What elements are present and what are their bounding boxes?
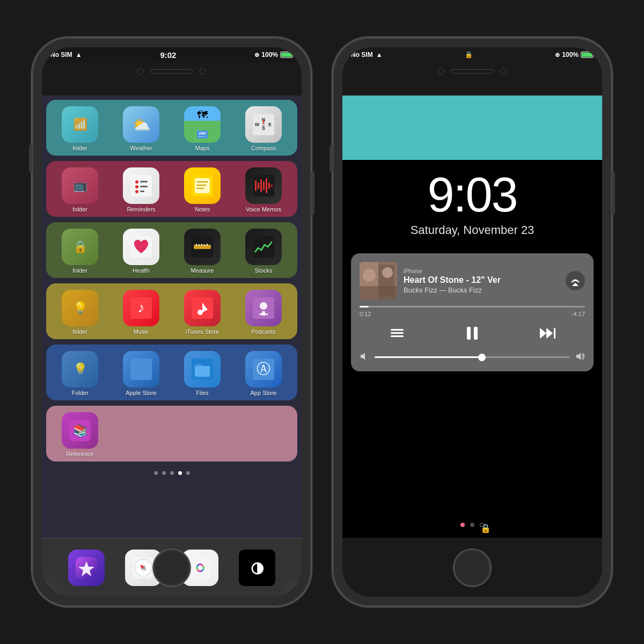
folder-5-icon: 💡 [62, 351, 98, 387]
svg-rect-82 [474, 327, 478, 340]
folder-4-icon: 💡 [62, 290, 98, 326]
page-dot-2 [162, 471, 166, 475]
app-reference[interactable]: 📚 Reference [52, 412, 108, 457]
app-folder-5[interactable]: 💡 Folder [52, 351, 108, 396]
folder-1-icon: 📶 [62, 106, 98, 143]
left-top-bar [42, 47, 302, 96]
album-art-image [360, 262, 397, 299]
music-icon: ♪ [123, 290, 159, 326]
app-voice-memos[interactable]: Voice Memos [235, 167, 292, 213]
svg-marker-77 [572, 283, 579, 286]
time-elapsed: 0:12 [360, 311, 371, 317]
itunes-icon [184, 290, 221, 326]
lock-date: Saturday, November 23 [342, 223, 602, 237]
airplay-button[interactable] [566, 271, 585, 290]
left-home-button[interactable] [152, 548, 191, 587]
app-stocks[interactable]: Stocks [235, 229, 292, 274]
music-source: iPhone [404, 268, 559, 274]
music-label: Music [134, 328, 149, 335]
music-artist: Bucks Fizz — Bucks Fizz [404, 286, 559, 294]
page-dot-4 [178, 471, 182, 475]
progress-track[interactable] [360, 306, 585, 308]
music-info: iPhone Heart Of Stone - 12" Ver Bucks Fi… [404, 268, 559, 294]
svg-text:♪: ♪ [138, 299, 145, 316]
progress-area: 0:12 -4:17 [360, 306, 585, 317]
album-art [360, 262, 397, 299]
app-compass[interactable]: N S W E Compass [235, 106, 292, 151]
compass-label: Compass [251, 145, 276, 151]
weather-label: Weather [130, 145, 152, 151]
volume-low-icon [360, 352, 369, 363]
lock-dot-3: 🔒 [480, 523, 484, 527]
files-icon [184, 351, 221, 387]
app-app-store[interactable]: Ⓐ App Store [235, 351, 292, 396]
files-label: Files [196, 390, 208, 396]
lock-screen-content: 9:03 Saturday, November 23 [342, 96, 602, 538]
svg-rect-81 [467, 327, 471, 340]
svg-marker-86 [361, 353, 365, 360]
folder-2-label: folder [72, 206, 87, 213]
app-weather[interactable]: ⛅ Weather [113, 106, 170, 151]
page-dot-1 [154, 471, 158, 475]
voice-memos-label: Voice Memos [246, 206, 281, 213]
app-health[interactable]: Health [113, 229, 170, 274]
phones-container: No SIM ▲ 9:02 ⊕ 100% [32, 38, 612, 606]
right-home-button[interactable] [453, 548, 492, 587]
menu-button[interactable] [385, 321, 409, 345]
podcasts-label: Podcasts [251, 328, 275, 335]
notes-icon [184, 167, 221, 204]
app-folder-1[interactable]: 📶 folder [52, 106, 108, 151]
app-folder-4[interactable]: 💡 folder [52, 290, 108, 335]
page-dots [46, 467, 297, 479]
svg-rect-78 [391, 329, 404, 331]
music-controls [360, 321, 585, 345]
app-music[interactable]: ♪ Music [113, 290, 170, 335]
app-files[interactable]: Files [174, 351, 231, 396]
app-maps[interactable]: 🗺 280 Maps [174, 106, 231, 151]
app-itunes[interactable]: iTunes Store [174, 290, 231, 335]
svg-rect-13 [140, 191, 144, 192]
svg-rect-31 [199, 244, 200, 246]
svg-text:W: W [255, 122, 260, 127]
sensor-dot [200, 68, 206, 75]
compass-icon: N S W E [245, 106, 282, 143]
app-reminders[interactable]: Reminders [113, 167, 170, 213]
svg-point-9 [135, 185, 138, 188]
app-folder-3[interactable]: 🔒 folder [52, 229, 108, 274]
app-folder-2[interactable]: 📺 folder [52, 167, 108, 213]
svg-point-74 [363, 269, 376, 282]
dock-1blocker-icon[interactable]: ◑ [239, 550, 275, 586]
svg-marker-87 [576, 353, 581, 360]
measure-icon [184, 229, 221, 265]
skip-forward-button[interactable] [536, 321, 559, 345]
app-store-icon: Ⓐ [245, 351, 282, 387]
speaker-bar [150, 69, 193, 74]
right-battery-icon [581, 52, 594, 58]
lock-dots: 🔒 [342, 523, 602, 527]
app-podcasts[interactable]: Podcasts [235, 290, 292, 335]
volume-knob [478, 354, 486, 361]
right-speaker-bar [451, 69, 494, 74]
pause-button[interactable] [460, 321, 484, 345]
right-phone-inner: No SIM ▲ 🔒 ⊕ 100% [342, 47, 602, 597]
app-store-label: App Store [251, 390, 277, 396]
volume-track[interactable] [375, 356, 570, 358]
svg-text:📚: 📚 [73, 423, 88, 438]
svg-rect-18 [196, 188, 204, 189]
lock-screen: 9:03 Saturday, November 23 [342, 96, 602, 538]
reminders-label: Reminders [127, 206, 155, 213]
svg-rect-11 [140, 181, 148, 182]
folder-4-label: folder [72, 328, 87, 335]
svg-point-70 [197, 565, 203, 570]
app-measure[interactable]: Measure [174, 229, 231, 274]
app-notes[interactable]: Notes [174, 167, 231, 213]
app-row-2: 📺 folder [46, 161, 297, 217]
folder-3-icon: 🔒 [62, 229, 98, 265]
reference-label: Reference [67, 451, 94, 457]
dock-shortcuts-icon[interactable] [68, 550, 105, 586]
app-apple-store[interactable]: Apple Store [113, 351, 170, 396]
svg-text:Ⓐ: Ⓐ [257, 361, 270, 377]
svg-rect-33 [204, 244, 205, 246]
1blocker-symbol: ◑ [251, 560, 264, 575]
page-dot-3 [170, 471, 174, 475]
